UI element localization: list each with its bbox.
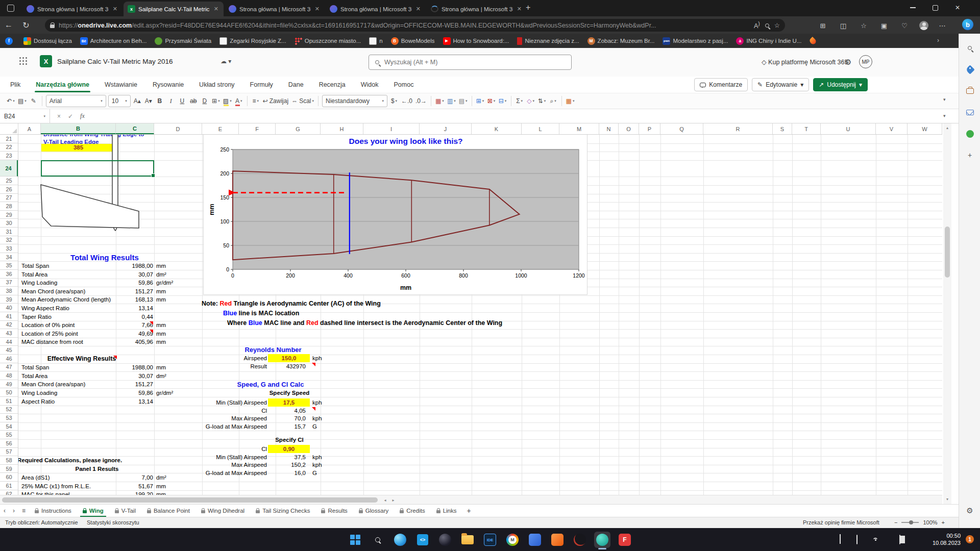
- row-header-51[interactable]: 51: [0, 397, 18, 406]
- row-header-62[interactable]: 62: [0, 490, 18, 495]
- bookmark-item-3[interactable]: BēArchitecture on Beh...: [80, 37, 147, 45]
- sheet-tab-balance-point[interactable]: Balance Point: [141, 505, 195, 517]
- row-header-56[interactable]: 56: [0, 439, 18, 448]
- ribbon-collapse-icon[interactable]: ▾: [943, 97, 946, 102]
- select-all-corner[interactable]: [0, 123, 18, 134]
- bold-button[interactable]: B: [154, 95, 165, 107]
- sheet-tab-wing-dihedral[interactable]: Wing Dihedral: [195, 505, 250, 517]
- browser-tab-3[interactable]: Strona główna | Microsoft 365✕: [225, 2, 325, 16]
- taskbar-orange-tile-app[interactable]: [549, 532, 566, 548]
- search-input[interactable]: Wyszukaj (Alt + M): [369, 55, 572, 70]
- sheet-tab-credits[interactable]: Credits: [394, 505, 430, 517]
- tray-cast-icon[interactable]: [856, 535, 857, 544]
- sort-filter-button[interactable]: ⇅▾: [536, 95, 548, 107]
- column-header-U[interactable]: U: [821, 123, 876, 134]
- app-launcher-waffle-icon[interactable]: [19, 57, 28, 65]
- format-painter-button[interactable]: ✎: [28, 95, 39, 107]
- vertical-scrollbar[interactable]: ▴ ▾: [943, 123, 951, 504]
- strikethrough-button[interactable]: ab: [188, 95, 199, 107]
- bookmarks-overflow-icon[interactable]: ›: [937, 37, 939, 44]
- row-header-28[interactable]: 28: [0, 202, 18, 211]
- taskbar-f-red-app[interactable]: F: [617, 532, 633, 548]
- sidebar-shopping-tag-icon[interactable]: [965, 64, 975, 74]
- share-button[interactable]: ↗ Udostępnij ▾: [813, 78, 868, 91]
- row-header-29[interactable]: 29: [0, 211, 18, 219]
- column-header-A[interactable]: A: [18, 123, 41, 134]
- column-header-E[interactable]: E: [202, 123, 239, 134]
- sidebar-add-icon[interactable]: +: [965, 150, 975, 160]
- column-header-M[interactable]: M: [559, 123, 599, 134]
- column-header-C[interactable]: C: [116, 123, 154, 134]
- notification-count-badge[interactable]: 1: [966, 535, 974, 543]
- read-aloud-icon[interactable]: A): [754, 21, 760, 30]
- sheet-tab-glossary[interactable]: Glossary: [353, 505, 394, 517]
- input-cell[interactable]: 150,0: [268, 354, 310, 362]
- row-header-36[interactable]: 36: [0, 270, 18, 279]
- increase-decimal-button[interactable]: .0→: [414, 95, 428, 107]
- tab-close-icon[interactable]: ✕: [112, 6, 118, 12]
- row-header-40[interactable]: 40: [0, 304, 18, 312]
- confirm-entry-icon[interactable]: ✓: [68, 113, 73, 120]
- bookmark-item-11[interactable]: MZobacz: Muzeum Br...: [587, 37, 655, 45]
- row-header-33[interactable]: 33: [0, 244, 18, 253]
- taskbar-dark-circle-app[interactable]: [572, 532, 588, 548]
- taskbar-active-teal-app[interactable]: [594, 532, 610, 548]
- row-header-49[interactable]: 49: [0, 380, 18, 389]
- back-icon[interactable]: ←: [0, 20, 17, 30]
- bookmark-item-10[interactable]: Nieznane zdjęcia z...: [517, 37, 579, 45]
- browser-tab-2[interactable]: xSailplane Calc V-Tail Metric May✕: [124, 2, 224, 16]
- format-cells-button[interactable]: ⊟▾: [497, 95, 508, 107]
- menu-tab-pomoc[interactable]: Pomoc: [393, 78, 415, 91]
- horizontal-scrollbar-thumb[interactable]: [2, 497, 378, 503]
- taskbar-vscode-app[interactable]: <>: [414, 532, 431, 548]
- row-header-52[interactable]: 52: [0, 406, 18, 414]
- increase-font-button[interactable]: A▴: [132, 95, 143, 107]
- sheet-tab-wing[interactable]: Wing: [77, 505, 109, 517]
- row-header-48[interactable]: 48: [0, 371, 18, 380]
- sheet-tab-links[interactable]: Links: [431, 505, 462, 517]
- input-cell[interactable]: 0,90: [268, 445, 310, 453]
- row-header-22[interactable]: 22: [0, 143, 18, 152]
- name-box[interactable]: B24▾: [0, 109, 50, 123]
- menu-tab-dane[interactable]: Dane: [287, 78, 305, 91]
- window-minimize-button[interactable]: [901, 0, 924, 15]
- taskbar-dark-sphere-app[interactable]: [437, 532, 453, 548]
- column-header-K[interactable]: K: [472, 123, 522, 134]
- row-header-58[interactable]: 58: [0, 456, 18, 465]
- taskbar-start-button[interactable]: [347, 532, 363, 548]
- feedback-link[interactable]: Przekaż opinię firmie Microsoft: [803, 519, 879, 525]
- conditional-formatting-button[interactable]: ▦▾: [434, 95, 446, 107]
- editing-mode-button[interactable]: ✎ Edytowanie ▾: [752, 78, 809, 91]
- browser-tab-1[interactable]: Strona główna | Microsoft 365✕: [22, 2, 122, 16]
- font-name-select[interactable]: Arial▾: [46, 95, 106, 107]
- new-tab-button[interactable]: +: [526, 3, 530, 12]
- bookmark-item-13[interactable]: aING Chiny i Indie U...: [736, 37, 801, 45]
- row-header-54[interactable]: 54: [0, 422, 18, 431]
- row-header-41[interactable]: 41: [0, 312, 18, 321]
- paste-button[interactable]: ▤▾: [16, 95, 28, 107]
- formula-input[interactable]: [91, 109, 918, 123]
- profile-avatar[interactable]: [918, 19, 930, 32]
- favorites-bar-icon[interactable]: ☆: [857, 19, 870, 32]
- browser-tab-5[interactable]: Strona główna | Microsoft 365✕: [427, 2, 527, 16]
- split-screen-icon[interactable]: ◫: [837, 19, 849, 32]
- row-header-61[interactable]: 61: [0, 482, 18, 490]
- align-button[interactable]: ≡▾: [250, 95, 261, 107]
- bookmark-item-5[interactable]: Zegarki Rosyjskie Z...: [219, 37, 286, 45]
- taskbar-blue-tile-app[interactable]: [527, 532, 543, 548]
- collections-icon[interactable]: ▣: [878, 19, 890, 32]
- taskbar-clock[interactable]: 00:50 10.08.2023: [933, 532, 961, 546]
- tab-close-icon[interactable]: ✕: [415, 6, 422, 12]
- column-header-L[interactable]: L: [522, 123, 559, 134]
- sidebar-briefcase-icon[interactable]: [965, 86, 975, 96]
- menu-tab-widok[interactable]: Widok: [360, 78, 380, 91]
- undo-button[interactable]: ↶▾: [5, 95, 16, 107]
- menu-tab-plik[interactable]: Plik: [9, 78, 21, 91]
- taskbar-ide-app[interactable]: IDE: [482, 532, 498, 548]
- column-header-B[interactable]: B: [41, 123, 116, 134]
- taskbar-m-ring-app[interactable]: M: [504, 532, 521, 548]
- horizontal-scrollbar[interactable]: ◂ ▸: [0, 495, 942, 504]
- autosum-button[interactable]: Σ▾: [514, 95, 525, 107]
- row-header-27[interactable]: 27: [0, 194, 18, 203]
- buy-microsoft365-button[interactable]: ◇ Kup platformę Microsoft 365: [762, 58, 848, 66]
